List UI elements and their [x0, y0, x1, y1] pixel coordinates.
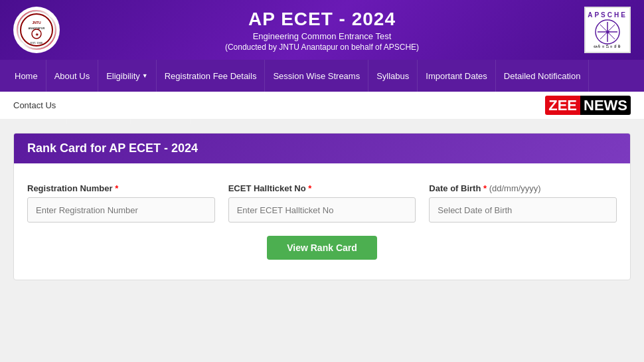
left-logo: JNTU ANANTAPUR ★ EST. 1946: [13, 7, 60, 53]
nav-about-us[interactable]: About Us: [46, 60, 98, 92]
subnav-contact-us[interactable]: Contact Us: [13, 100, 62, 110]
svg-text:★: ★: [605, 29, 611, 35]
button-row: View Rank Card: [27, 236, 617, 260]
zee-news-logo: ZEENEWS: [545, 97, 631, 114]
svg-text:JNTU: JNTU: [32, 21, 40, 25]
rank-card-title: Rank Card for AP ECET - 2024: [27, 141, 198, 155]
rank-card-body: Registration Number * ECET Hallticket No…: [14, 163, 630, 280]
main-nav: Home About Us Eligibility ▼ Registration…: [0, 60, 644, 92]
form-row-inputs: Registration Number * ECET Hallticket No…: [27, 183, 617, 223]
right-logo: APSCHE ★ ఆంధ్రప్రదేశ్: [584, 7, 631, 53]
news-label: NEWS: [580, 96, 631, 115]
main-content: Rank Card for AP ECET - 2024 Registratio…: [0, 120, 644, 294]
dob-hint: (dd/mm/yyyy): [489, 183, 541, 193]
nav-session-streams[interactable]: Session Wise Streams: [265, 60, 368, 92]
hallticket-group: ECET Hallticket No *: [228, 183, 416, 223]
zee-label: ZEE: [545, 96, 580, 115]
rank-card-header: Rank Card for AP ECET - 2024: [14, 134, 630, 163]
nav-registration-fee[interactable]: Registration Fee Details: [157, 60, 266, 92]
nav-mock-test[interactable]: Mock Test ▼: [67, 92, 130, 124]
registration-required: *: [115, 183, 118, 193]
dob-group: Date of Birth * (dd/mm/yyyy): [429, 183, 617, 223]
header-subtext: (Conducted by JNTU Anantapur on behalf o…: [225, 43, 419, 52]
dob-required: *: [483, 183, 487, 193]
view-rank-card-button[interactable]: View Rank Card: [267, 236, 377, 260]
page-header: JNTU ANANTAPUR ★ EST. 1946 AP ECET - 202…: [0, 0, 644, 60]
jntu-emblem: JNTU ANANTAPUR ★ EST. 1946: [17, 10, 56, 50]
mock-test-dropdown-icon: ▼: [116, 104, 122, 111]
nav-detailed-notification[interactable]: Detailed Notification: [496, 60, 590, 92]
rank-card-box: Rank Card for AP ECET - 2024 Registratio…: [13, 133, 631, 280]
nav-user-guide[interactable]: User Guide: [131, 92, 191, 124]
registration-number-group: Registration Number *: [27, 183, 215, 223]
header-subtitle: Engineering Common Entrance Test: [225, 31, 419, 41]
dob-input[interactable]: [429, 197, 617, 223]
nav-important-dates[interactable]: Important Dates: [418, 60, 496, 92]
hallticket-label: ECET Hallticket No *: [228, 183, 416, 193]
eligibility-dropdown-icon: ▼: [142, 72, 148, 79]
dob-label: Date of Birth * (dd/mm/yyyy): [429, 183, 617, 193]
nav-eligibility[interactable]: Eligibility ▼: [98, 60, 157, 92]
apsche-emblem-box: APSCHE ★ ఆంధ్రప్రదేశ్: [588, 11, 627, 49]
hallticket-required: *: [308, 183, 311, 193]
registration-number-input[interactable]: [27, 197, 215, 223]
page-title: AP ECET - 2024: [225, 9, 419, 30]
registration-label: Registration Number *: [27, 183, 215, 193]
svg-text:EST. 1946: EST. 1946: [31, 41, 43, 45]
nav-home[interactable]: Home: [7, 60, 46, 92]
nav-syllabus[interactable]: Syllabus: [368, 60, 418, 92]
hallticket-input[interactable]: [228, 197, 416, 223]
header-center: AP ECET - 2024 Engineering Common Entran…: [225, 9, 419, 52]
